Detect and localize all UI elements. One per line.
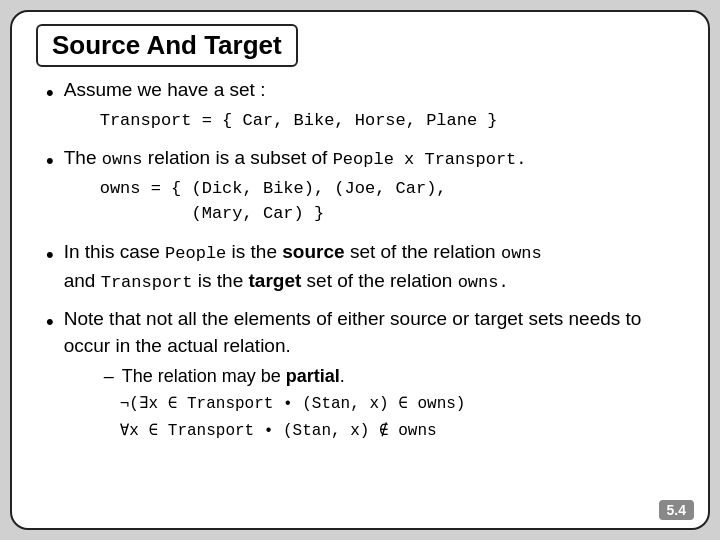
bullet-1-line1: Assume we have a set : (64, 77, 498, 104)
bullet-2-text: The owns relation is a subset of People … (64, 145, 527, 229)
sub-bullet-text: The relation may be partial. (122, 364, 345, 389)
bullet-dot-2: • (46, 147, 54, 176)
bullet-2: • The owns relation is a subset of Peopl… (46, 145, 684, 229)
math-line-1: ¬(∃x ∈ Transport • (Stan, x) ∈ owns) (120, 391, 684, 418)
bullet-3-mono4: owns. (458, 273, 509, 292)
bullet-2-mono2: People x Transport. (333, 150, 527, 169)
bullet-3-bold1: source (282, 241, 344, 262)
bullet-1-code: Transport = { Car, Bike, Horse, Plane } (100, 108, 498, 134)
bullet-4: • Note that not all the elements of eith… (46, 306, 684, 445)
bullet-3-mono3: Transport (101, 273, 193, 292)
bullet-4-text: Note that not all the elements of either… (64, 306, 684, 445)
bullet-3-mono2: owns (501, 244, 542, 263)
bullet-3-bold2: target (249, 270, 302, 291)
partial-bold: partial (286, 366, 340, 386)
page-number: 5.4 (659, 500, 694, 520)
bullet-3-mono1: People (165, 244, 226, 263)
bullet-4-line1: Note that not all the elements of either… (64, 306, 684, 359)
bullet-2-code: owns = { (Dick, Bike), (Joe, Car), (Mary… (100, 176, 527, 227)
bullet-2-mono1: owns (102, 150, 143, 169)
bullet-3-line2: and Transport is the target set of the r… (64, 268, 542, 295)
bullet-3-text: In this case People is the source set of… (64, 239, 542, 297)
bullet-dot-1: • (46, 79, 54, 108)
bullet-1: • Assume we have a set : Transport = { C… (46, 77, 684, 135)
bullet-4-sub: – The relation may be partial. (104, 364, 684, 389)
bullet-1-text: Assume we have a set : Transport = { Car… (64, 77, 498, 135)
bullet-3-line1: In this case People is the source set of… (64, 239, 542, 266)
math-line-2: ∀x ∈ Transport • (Stan, x) ∉ owns (120, 418, 684, 445)
slide-content: • Assume we have a set : Transport = { C… (36, 77, 684, 445)
bullet-dot-4: • (46, 308, 54, 337)
slide: Source And Target • Assume we have a set… (10, 10, 710, 530)
bullet-2-line1: The owns relation is a subset of People … (64, 145, 527, 172)
slide-title: Source And Target (36, 24, 298, 67)
bullet-3: • In this case People is the source set … (46, 239, 684, 297)
sub-bullet-dash: – (104, 364, 114, 389)
bullet-dot-3: • (46, 241, 54, 270)
